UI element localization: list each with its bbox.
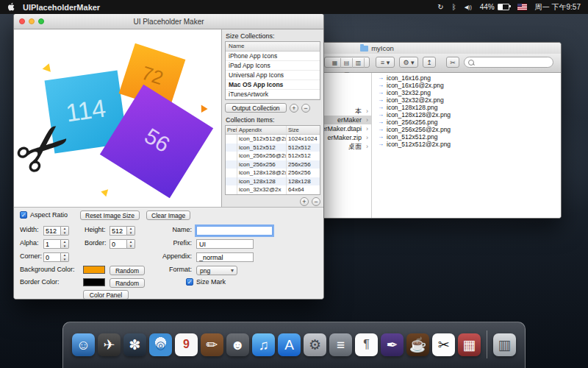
table-row[interactable]: icon_512x512@2x1024x1024 — [226, 135, 320, 144]
file-row[interactable]: →icon_32x32.png — [372, 89, 561, 96]
stepper-arrows[interactable]: ▲▼ — [127, 239, 135, 249]
corner-input[interactable] — [43, 252, 61, 262]
file-row[interactable]: →icon_128x128@2x.png — [372, 111, 561, 118]
table-row[interactable]: icon_256x256256x256 — [226, 160, 320, 169]
dock-item-calendar[interactable]: 9 — [175, 333, 198, 356]
edit-tool-button[interactable]: ✂ — [446, 57, 459, 68]
background-color-label: Background Color: — [20, 266, 75, 273]
stepper-arrows[interactable]: ▲▼ — [61, 252, 69, 262]
aspect-ratio-checkbox[interactable]: ✓ — [20, 211, 27, 219]
volume-icon[interactable]: ◀)) — [465, 4, 472, 10]
table-row[interactable]: icon_256x256@2x512x512 — [226, 152, 320, 160]
apple-menu-icon[interactable] — [7, 2, 15, 12]
background-random-button[interactable]: Random — [110, 266, 145, 275]
dock-item-safari[interactable]: ◎ — [149, 333, 172, 356]
file-row[interactable]: →icon_16x16@2x.png — [372, 82, 561, 89]
stepper-arrows[interactable]: ▲▼ — [127, 226, 135, 236]
remove-item-button[interactable]: − — [312, 197, 320, 206]
dock-item-coffee-app[interactable]: ☕ — [406, 333, 429, 356]
collection-item[interactable]: iPhone App Icons — [226, 52, 320, 61]
list-view-icon[interactable]: ▤ — [341, 58, 353, 68]
view-mode-control[interactable]: ▦▤▥▭ — [324, 57, 370, 68]
dock-item-utilities[interactable]: ≡ — [329, 333, 352, 356]
size-mark-option[interactable]: ✓ Size Mark — [186, 278, 226, 286]
dock-item-itunes[interactable]: ♫ — [252, 333, 275, 356]
column-view-icon[interactable]: ▥ — [353, 58, 365, 68]
menubar-app-name[interactable]: UIPlaceholderMaker — [23, 3, 100, 12]
add-item-button[interactable]: + — [300, 197, 309, 206]
border-color-label: Border Color: — [20, 278, 60, 286]
border-random-button[interactable]: Random — [110, 278, 145, 288]
name-input[interactable] — [196, 226, 273, 236]
file-row[interactable]: →icon_128x128.png — [372, 104, 561, 111]
dock-item-launchpad[interactable]: ✈ — [98, 333, 121, 356]
dock-item-textedit[interactable]: ¶ — [355, 333, 378, 356]
collection-item[interactable]: iTunesArtwork — [226, 90, 320, 99]
input-language-flag-icon[interactable] — [517, 4, 527, 10]
prefix-input[interactable] — [196, 239, 254, 249]
dock-item-finder[interactable]: ☺ — [72, 333, 95, 356]
share-button[interactable]: ↥ — [423, 57, 436, 68]
search-input[interactable] — [476, 58, 545, 67]
menubar-clock[interactable]: 周一 下午9:57 — [535, 2, 581, 13]
remove-collection-button[interactable]: − — [301, 104, 310, 113]
arrange-icon: ≡ — [381, 59, 384, 66]
action-button[interactable]: ⚙ ▾ — [399, 57, 418, 68]
background-color-swatch[interactable] — [83, 266, 105, 274]
search-field[interactable] — [464, 57, 553, 68]
bluetooth-icon[interactable]: ᛒ — [452, 3, 456, 11]
dock-item-pixelmator[interactable]: ✒ — [381, 333, 404, 356]
file-row[interactable]: →icon_32x32@2x.png — [372, 96, 561, 104]
alpha-label: Alpha: — [20, 239, 39, 247]
dock-item-system-preferences[interactable]: ⚙ — [304, 333, 326, 356]
height-input[interactable] — [110, 226, 127, 236]
alpha-input[interactable] — [43, 239, 61, 249]
dock-item-notes[interactable]: ✏ — [201, 333, 223, 356]
chevron-right-icon: › — [366, 142, 368, 151]
border-stepper: ▲▼ — [110, 239, 135, 249]
table-row[interactable]: icon_128x128@2x256x256 — [226, 169, 320, 177]
table-row[interactable]: icon_128x128128x128 — [226, 177, 320, 186]
width-input[interactable] — [43, 226, 61, 236]
reset-image-size-button[interactable]: Reset Image Size — [80, 210, 140, 220]
dock-item-app-store[interactable]: A — [278, 333, 301, 356]
format-popup[interactable]: png▾ — [196, 266, 237, 275]
file-row[interactable]: →icon_256x256@2x.png — [372, 126, 561, 133]
image-preview[interactable]: 114 72 56 ✂ — [14, 29, 221, 207]
file-row[interactable]: →icon_512x512@2x.png — [372, 141, 561, 148]
color-panel-button[interactable]: Color Panel — [83, 290, 129, 300]
clear-image-button[interactable]: Clear Image — [146, 210, 190, 220]
stepper-arrows[interactable]: ▲▼ — [61, 239, 69, 249]
icon-view-icon[interactable]: ▦ — [329, 58, 341, 68]
dock-item-contacts[interactable]: ☻ — [226, 333, 249, 356]
time-machine-icon[interactable]: ↻ — [437, 3, 443, 11]
table-row[interactable]: icon_32x32@2x64x64 — [226, 185, 320, 194]
table-row[interactable]: icon_512x512512x512 — [226, 144, 320, 152]
dock-item-ui-placeholder-maker[interactable]: ✂ — [432, 333, 455, 356]
appendix-input[interactable] — [196, 252, 254, 262]
battery-status[interactable]: 44% — [480, 3, 509, 11]
finder-icon: ☺ — [76, 338, 90, 352]
stepper-arrows[interactable]: ▲▼ — [61, 226, 69, 236]
dock-item-parallels[interactable]: ▦ — [458, 333, 481, 356]
pixelmator-icon: ✒ — [387, 338, 398, 352]
system-preferences-icon: ⚙ — [309, 338, 321, 352]
aspect-ratio-label: Aspect Ratio — [30, 211, 68, 219]
file-row[interactable]: →icon_16x16.png — [372, 74, 561, 82]
file-row[interactable]: →icon_256x256.png — [372, 118, 561, 126]
output-collection-button[interactable]: Output Collection — [225, 103, 287, 113]
add-collection-button[interactable]: + — [290, 104, 298, 113]
dock-item-photos[interactable]: ✽ — [123, 333, 146, 356]
collection-item-selected[interactable]: Mac OS App Icons — [226, 80, 320, 90]
file-row[interactable]: →icon_512x512.png — [372, 133, 561, 141]
file-arrow-icon: → — [378, 126, 384, 133]
height-label: Height: — [85, 226, 106, 233]
size-mark-checkbox[interactable]: ✓ — [186, 278, 193, 286]
dock-item-trash[interactable]: ▥ — [493, 333, 516, 356]
collection-item[interactable]: Universal App Icons — [226, 71, 320, 80]
border-input[interactable] — [110, 239, 127, 249]
aspect-ratio-option[interactable]: ✓ Aspect Ratio — [20, 211, 68, 219]
border-color-swatch[interactable] — [83, 278, 105, 286]
arrange-button[interactable]: ≡ ▾ — [376, 57, 395, 68]
collection-item[interactable]: iPad App Icons — [226, 61, 320, 71]
